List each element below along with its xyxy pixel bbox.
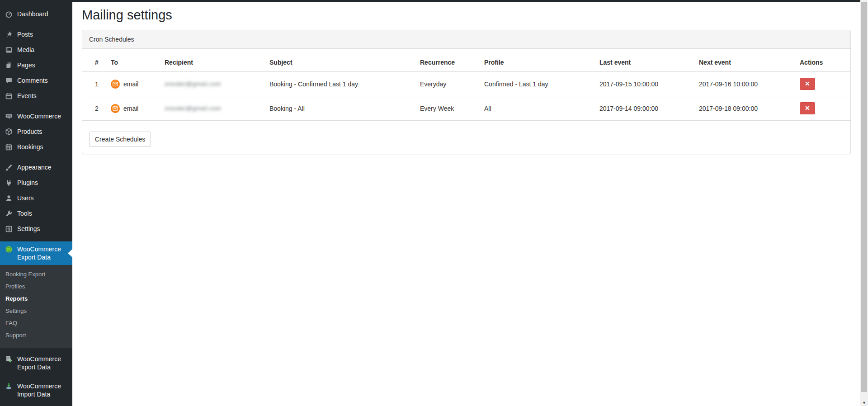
green-circle-icon [5,245,13,253]
sidebar-item-label: Pages [17,61,35,69]
sidebar-item-tools[interactable]: Tools [0,206,72,221]
sidebar-item-label: Dashboard [17,10,48,18]
cell-recurrence: Every Week [416,96,481,121]
panel-body: #ToRecipientSubjectRecurrenceProfileLast… [82,49,850,154]
vertical-scrollbar[interactable]: ▼ [860,0,868,406]
cell-to: email [107,72,161,96]
sliders-icon [5,225,13,233]
recipient-redacted-text: sreoder@gmail.com [165,80,221,87]
column-header-to: To [107,49,161,72]
sidebar-item-products[interactable]: Products [0,124,72,139]
box-icon [5,127,13,136]
table-body: 1emailsreoder@gmail.comBooking - Confirm… [82,72,851,121]
cell-actions: ✕ [796,96,851,121]
cell-number: 2 [82,96,107,121]
svg-text:Woo: Woo [7,115,11,117]
active-item-arrow [68,249,72,257]
sidebar-item-label: Bookings [17,143,43,151]
sidebar-item-label: Settings [17,225,40,233]
sidebar-item-label: Products [17,127,42,136]
calendar-grid-icon [5,143,13,151]
pages-icon [5,61,13,69]
sidebar-item-posts[interactable]: Posts [0,27,72,42]
wrench-icon [5,209,13,217]
cron-schedules-table: #ToRecipientSubjectRecurrenceProfileLast… [82,49,851,121]
sidebar-item-pages[interactable]: Pages [0,57,72,73]
submenu-item-settings[interactable]: Settings [0,305,72,317]
pushpin-icon [5,30,13,38]
sidebar-item-label: Tools [17,209,32,217]
sidebar-item-label: WooCommerce Export Data [17,245,69,261]
sidebar-item-comments[interactable]: Comments [0,73,72,88]
sidebar-item-label: Appearance [17,163,52,171]
cell-subject: Booking - Confirmed Last 1 day [266,72,416,96]
column-header-last-event: Last event [596,49,695,72]
scrollbar-thumb[interactable] [861,2,867,392]
sidebar-item-users[interactable]: Users [0,190,72,206]
cell-last-event: 2017-09-14 09:00:00 [596,96,695,121]
to-label: email [123,80,138,89]
sidebar-item-woocommerce-export-data[interactable]: WooCommerce Export Data [0,351,72,375]
scroll-down-icon[interactable]: ▼ [860,401,868,405]
sidebar-item-woocommerce[interactable]: WooWooCommerce [0,109,72,124]
brush-icon [5,163,13,171]
cron-schedules-panel: Cron Schedules #ToRecipientSubjectRecurr… [82,30,851,154]
column-header-recipient: Recipient [161,49,266,72]
sidebar-item-woocommerce-export-data[interactable]: WooCommerce Export Data [0,241,72,265]
recipient-redacted-text: sreoder@gmail.com [165,105,221,112]
submenu-item-booking-export[interactable]: Booking Export [0,268,72,280]
sidebar-item-dashboard[interactable]: Dashboard [0,6,72,22]
cell-recurrence: Everyday [416,72,481,96]
sidebar-item-settings[interactable]: Settings [0,221,72,236]
sidebar-item-appearance[interactable]: Appearance [0,160,72,175]
user-icon [5,194,13,202]
sidebar-item-woocommerce-import-data[interactable]: WooCommerce Import Data [0,378,72,402]
column-header-actions: Actions [796,49,851,72]
create-schedules-button[interactable]: Create Schedules [89,132,151,147]
submenu-item-support[interactable]: Support [0,329,72,341]
cell-recipient: sreoder@gmail.com [161,72,266,96]
submenu-woocommerce-export-data: Booking ExportProfilesReportsSettingsFAQ… [0,265,72,348]
cell-next-event: 2017-09-16 10:00:00 [695,72,796,96]
menu-separator [0,155,72,160]
admin-sidebar: DashboardPostsMediaPagesCommentsEventsWo… [0,0,72,406]
table-header-row: #ToRecipientSubjectRecurrenceProfileLast… [82,49,851,72]
sidebar-item-label: Media [17,46,34,54]
main-content: Mailing settings Cron Schedules #ToRecip… [72,2,860,406]
comment-icon [5,76,13,85]
sidebar-item-label: Events [17,92,37,100]
delete-schedule-button[interactable]: ✕ [800,78,815,90]
sidebar-item-label: WooCommerce Import Data [17,382,69,398]
table-row: 1emailsreoder@gmail.comBooking - Confirm… [82,72,851,96]
to-value: email [111,80,157,89]
cell-recipient: sreoder@gmail.com [161,96,266,121]
submenu-item-reports[interactable]: Reports [0,293,72,305]
admin-menu: DashboardPostsMediaPagesCommentsEventsWo… [0,0,72,406]
cell-to: email [107,96,161,121]
to-value: email [111,104,157,113]
column-header-next-event: Next event [695,49,796,72]
cell-profile: All [481,96,596,121]
sidebar-item-label: WooCommerce [17,112,61,120]
doc-export-icon [5,355,13,363]
menu-separator [0,22,72,27]
delete-schedule-button[interactable]: ✕ [800,102,815,114]
to-label: email [123,104,138,113]
submenu-item-faq[interactable]: FAQ [0,317,72,329]
cell-actions: ✕ [796,72,851,96]
dashboard-icon [5,10,13,18]
cell-number: 1 [82,72,107,96]
table-header: #ToRecipientSubjectRecurrenceProfileLast… [82,49,851,72]
submenu-item-profiles[interactable]: Profiles [0,280,72,293]
column-header-recurrence: Recurrence [416,49,481,72]
sidebar-item-bookings[interactable]: Bookings [0,139,72,155]
calendar-icon [5,92,13,100]
sidebar-item-events[interactable]: Events [0,88,72,104]
cell-last-event: 2017-09-15 10:00:00 [596,72,695,96]
admin-bar-sliver [0,0,860,2]
import-tray-icon [5,382,13,390]
sidebar-item-label: Comments [17,76,48,85]
sidebar-item-plugins[interactable]: Plugins [0,175,72,190]
sidebar-item-media[interactable]: Media [0,42,72,57]
column-header-profile: Profile [481,49,596,72]
